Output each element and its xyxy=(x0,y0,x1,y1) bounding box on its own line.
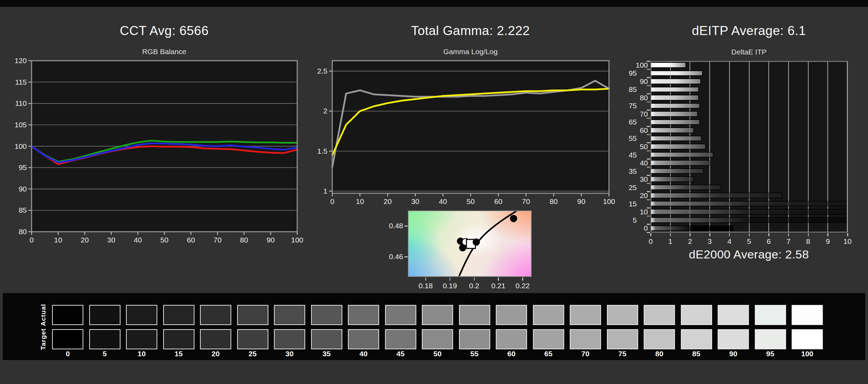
gamma-plot xyxy=(332,61,609,193)
deitp-category-label: 85 xyxy=(616,85,637,94)
deitp-gridline-overlay xyxy=(788,61,789,232)
deitp-bar-40 xyxy=(651,160,710,166)
deitp-xtick-label: 6 xyxy=(762,237,776,246)
deitp-category-label: 70 xyxy=(627,110,648,118)
strip-level-label: 40 xyxy=(344,350,383,358)
deitp-category-label: 45 xyxy=(616,151,637,159)
deitp-ytick xyxy=(647,77,650,78)
actual-swatch-35 xyxy=(311,305,342,325)
deitp-bar-75 xyxy=(651,103,700,109)
deitp-xtick-label: 8 xyxy=(801,237,815,246)
deitp-ytick xyxy=(647,199,650,200)
target-swatch-70 xyxy=(570,329,601,349)
target-swatch-0 xyxy=(52,329,83,349)
deitp-xtick-label: 5 xyxy=(742,237,756,246)
deitp-xtick-label: 4 xyxy=(723,237,736,246)
actual-swatch-65 xyxy=(533,305,564,325)
plot-rgb-ytick-label: 90 xyxy=(7,185,27,193)
deitp-xtick xyxy=(788,233,789,236)
plot-rgb-xtick-label: 40 xyxy=(127,236,148,244)
deitp-category-label: 10 xyxy=(627,208,648,216)
deitp-category-label: 95 xyxy=(616,69,637,77)
target-swatch-5 xyxy=(89,329,120,349)
strip-level-label: 55 xyxy=(456,350,494,358)
deitp-xtick xyxy=(729,233,730,236)
target-swatch-60 xyxy=(496,329,527,349)
deitp-bar-90 xyxy=(651,78,701,84)
plot-gamma-xtick-label: 0 xyxy=(322,197,343,206)
deitp-ytick xyxy=(647,191,650,192)
plot-rgb-svg xyxy=(32,61,297,232)
cie-xtick xyxy=(474,278,475,281)
actual-swatch-20 xyxy=(200,305,231,325)
target-swatch-20 xyxy=(200,329,231,349)
strip-level-label: 90 xyxy=(714,350,752,358)
de2000-average-label: dE2000 Average: 2.58 xyxy=(638,248,860,261)
deitp-bar-50 xyxy=(651,144,706,150)
strip-level-label: 0 xyxy=(49,350,87,358)
actual-swatch-70 xyxy=(570,305,601,325)
cie-ytick xyxy=(404,256,408,257)
plot-rgb-xtick-label: 80 xyxy=(234,236,254,244)
deitp-category-label: 80 xyxy=(627,94,648,102)
target-swatch-15 xyxy=(163,329,194,349)
cie-xtick-label: 0.19 xyxy=(438,282,462,290)
strip-level-label: 100 xyxy=(788,350,826,358)
cie-xtick xyxy=(425,278,426,281)
plot-gamma-xtick-label: 50 xyxy=(460,197,481,206)
cie-xtick-label: 0.22 xyxy=(511,282,534,290)
actual-swatch-75 xyxy=(607,305,638,325)
deitp-bar-45 xyxy=(651,152,713,158)
cie-ytick xyxy=(404,225,408,227)
plot-gamma-xtick-label: 60 xyxy=(488,197,509,206)
deitp-category-label: 65 xyxy=(616,118,637,126)
deitp-bar-55 xyxy=(651,136,702,142)
deitp-bar-35 xyxy=(651,168,704,174)
plot-rgb-ytick-label: 115 xyxy=(7,78,27,86)
rgb-balance-subtitle: RGB Balance xyxy=(53,48,275,56)
deitp-ytick xyxy=(647,85,650,86)
deitp-ytick xyxy=(647,93,650,94)
deitp-gridline-overlay xyxy=(729,61,730,232)
deitp-ytick xyxy=(647,69,650,70)
strip-level-label: 60 xyxy=(492,350,531,358)
deitp-ytick xyxy=(647,110,650,111)
strip-level-label: 70 xyxy=(566,350,604,358)
actual-swatch-80 xyxy=(644,305,675,325)
plot-rgb-xtick-label: 70 xyxy=(207,236,228,244)
cct-average-title: CCT Avg: 6566 xyxy=(53,24,275,38)
plot-gamma-svg xyxy=(332,61,609,193)
strip-level-label: 85 xyxy=(677,350,716,358)
plot-rgb-ytick-label: 110 xyxy=(7,99,27,108)
actual-swatch-30 xyxy=(274,305,305,325)
deitp-category-label: 75 xyxy=(616,102,637,110)
plot-gamma-xtick-label: 10 xyxy=(350,197,370,206)
target-swatch-90 xyxy=(718,329,749,349)
actual-swatch-10 xyxy=(126,305,157,325)
plot-rgb-xtick-label: 100 xyxy=(287,236,308,244)
deitp-ytick xyxy=(647,142,650,143)
strip-level-label: 10 xyxy=(123,350,161,358)
deitp-bar-0 xyxy=(651,225,733,231)
plot-gamma-xtick-label: 70 xyxy=(516,197,536,206)
strip-level-label: 45 xyxy=(382,350,420,358)
deitp-ytick xyxy=(647,126,650,127)
deitp-ytick xyxy=(647,151,650,152)
deitp-ytick xyxy=(647,207,650,208)
plot-rgb-xtick-label: 90 xyxy=(260,236,281,244)
cie-whitepoint-inset xyxy=(408,211,532,277)
deitp-gridline-overlay xyxy=(749,61,750,232)
plot-rgb-xtick-label: 10 xyxy=(48,236,69,244)
deitp-xtick xyxy=(847,233,848,236)
deitp-xtick xyxy=(768,233,769,236)
target-swatch-95 xyxy=(755,329,786,349)
actual-swatch-90 xyxy=(718,305,749,325)
cie-svg xyxy=(409,211,532,277)
cie-xtick-label: 0.18 xyxy=(414,282,437,290)
target-swatch-65 xyxy=(533,329,564,349)
plot-rgb-ytick-label: 120 xyxy=(7,57,27,65)
actual-swatch-0 xyxy=(52,305,83,325)
cie-xtick-label: 0.21 xyxy=(486,282,510,290)
deitp-gridline-overlay xyxy=(670,61,671,232)
deitp-category-label: 60 xyxy=(627,126,648,135)
